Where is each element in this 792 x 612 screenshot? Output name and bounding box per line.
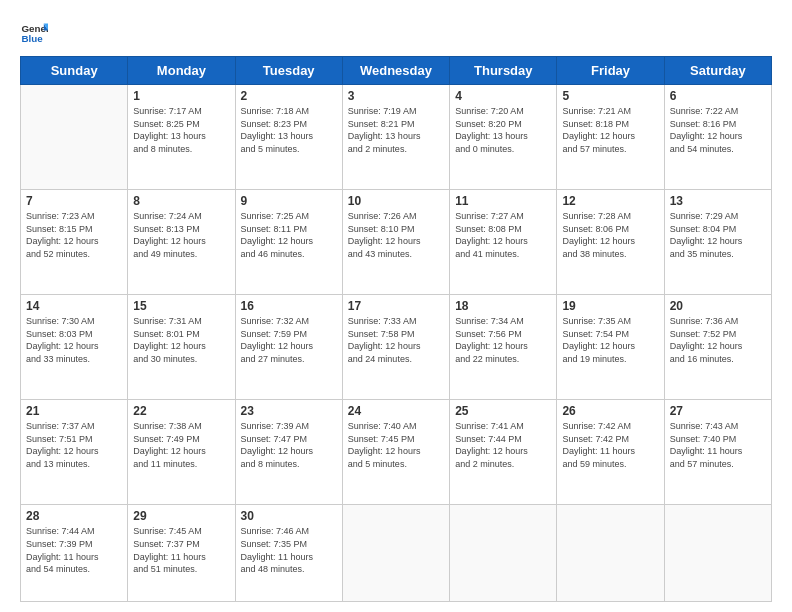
- day-number: 7: [26, 194, 122, 208]
- day-info: Sunrise: 7:27 AMSunset: 8:08 PMDaylight:…: [455, 210, 551, 260]
- week-row-2: 7Sunrise: 7:23 AMSunset: 8:15 PMDaylight…: [21, 190, 772, 295]
- day-number: 20: [670, 299, 766, 313]
- day-number: 9: [241, 194, 337, 208]
- calendar-cell: 23Sunrise: 7:39 AMSunset: 7:47 PMDayligh…: [235, 400, 342, 505]
- calendar-cell: 20Sunrise: 7:36 AMSunset: 7:52 PMDayligh…: [664, 295, 771, 400]
- day-info: Sunrise: 7:46 AMSunset: 7:35 PMDaylight:…: [241, 525, 337, 575]
- day-info: Sunrise: 7:24 AMSunset: 8:13 PMDaylight:…: [133, 210, 229, 260]
- calendar-cell: [664, 505, 771, 602]
- calendar-cell: 3Sunrise: 7:19 AMSunset: 8:21 PMDaylight…: [342, 85, 449, 190]
- day-header-friday: Friday: [557, 57, 664, 85]
- calendar-cell: 8Sunrise: 7:24 AMSunset: 8:13 PMDaylight…: [128, 190, 235, 295]
- day-info: Sunrise: 7:36 AMSunset: 7:52 PMDaylight:…: [670, 315, 766, 365]
- day-header-saturday: Saturday: [664, 57, 771, 85]
- header: General Blue: [20, 18, 772, 46]
- day-number: 27: [670, 404, 766, 418]
- calendar-cell: 14Sunrise: 7:30 AMSunset: 8:03 PMDayligh…: [21, 295, 128, 400]
- week-row-5: 28Sunrise: 7:44 AMSunset: 7:39 PMDayligh…: [21, 505, 772, 602]
- day-info: Sunrise: 7:41 AMSunset: 7:44 PMDaylight:…: [455, 420, 551, 470]
- week-row-3: 14Sunrise: 7:30 AMSunset: 8:03 PMDayligh…: [21, 295, 772, 400]
- day-number: 25: [455, 404, 551, 418]
- day-info: Sunrise: 7:44 AMSunset: 7:39 PMDaylight:…: [26, 525, 122, 575]
- day-info: Sunrise: 7:45 AMSunset: 7:37 PMDaylight:…: [133, 525, 229, 575]
- calendar-cell: [21, 85, 128, 190]
- day-number: 24: [348, 404, 444, 418]
- day-number: 1: [133, 89, 229, 103]
- day-header-thursday: Thursday: [450, 57, 557, 85]
- calendar-table: SundayMondayTuesdayWednesdayThursdayFrid…: [20, 56, 772, 602]
- calendar-cell: 7Sunrise: 7:23 AMSunset: 8:15 PMDaylight…: [21, 190, 128, 295]
- header-row: SundayMondayTuesdayWednesdayThursdayFrid…: [21, 57, 772, 85]
- logo: General Blue: [20, 18, 52, 46]
- day-info: Sunrise: 7:43 AMSunset: 7:40 PMDaylight:…: [670, 420, 766, 470]
- day-info: Sunrise: 7:38 AMSunset: 7:49 PMDaylight:…: [133, 420, 229, 470]
- day-number: 13: [670, 194, 766, 208]
- calendar-cell: 4Sunrise: 7:20 AMSunset: 8:20 PMDaylight…: [450, 85, 557, 190]
- day-number: 12: [562, 194, 658, 208]
- calendar-cell: 24Sunrise: 7:40 AMSunset: 7:45 PMDayligh…: [342, 400, 449, 505]
- day-number: 23: [241, 404, 337, 418]
- calendar-cell: 28Sunrise: 7:44 AMSunset: 7:39 PMDayligh…: [21, 505, 128, 602]
- day-info: Sunrise: 7:28 AMSunset: 8:06 PMDaylight:…: [562, 210, 658, 260]
- day-info: Sunrise: 7:26 AMSunset: 8:10 PMDaylight:…: [348, 210, 444, 260]
- day-number: 2: [241, 89, 337, 103]
- day-info: Sunrise: 7:40 AMSunset: 7:45 PMDaylight:…: [348, 420, 444, 470]
- day-header-monday: Monday: [128, 57, 235, 85]
- logo-icon: General Blue: [20, 18, 48, 46]
- day-info: Sunrise: 7:34 AMSunset: 7:56 PMDaylight:…: [455, 315, 551, 365]
- day-info: Sunrise: 7:17 AMSunset: 8:25 PMDaylight:…: [133, 105, 229, 155]
- calendar-cell: [557, 505, 664, 602]
- day-number: 14: [26, 299, 122, 313]
- calendar-cell: 30Sunrise: 7:46 AMSunset: 7:35 PMDayligh…: [235, 505, 342, 602]
- week-row-4: 21Sunrise: 7:37 AMSunset: 7:51 PMDayligh…: [21, 400, 772, 505]
- day-number: 3: [348, 89, 444, 103]
- day-header-tuesday: Tuesday: [235, 57, 342, 85]
- day-info: Sunrise: 7:23 AMSunset: 8:15 PMDaylight:…: [26, 210, 122, 260]
- calendar-cell: 13Sunrise: 7:29 AMSunset: 8:04 PMDayligh…: [664, 190, 771, 295]
- week-row-1: 1Sunrise: 7:17 AMSunset: 8:25 PMDaylight…: [21, 85, 772, 190]
- calendar-cell: 19Sunrise: 7:35 AMSunset: 7:54 PMDayligh…: [557, 295, 664, 400]
- calendar-cell: 6Sunrise: 7:22 AMSunset: 8:16 PMDaylight…: [664, 85, 771, 190]
- day-info: Sunrise: 7:19 AMSunset: 8:21 PMDaylight:…: [348, 105, 444, 155]
- day-number: 10: [348, 194, 444, 208]
- calendar-cell: 27Sunrise: 7:43 AMSunset: 7:40 PMDayligh…: [664, 400, 771, 505]
- day-number: 26: [562, 404, 658, 418]
- day-info: Sunrise: 7:22 AMSunset: 8:16 PMDaylight:…: [670, 105, 766, 155]
- calendar-cell: 9Sunrise: 7:25 AMSunset: 8:11 PMDaylight…: [235, 190, 342, 295]
- calendar-cell: 2Sunrise: 7:18 AMSunset: 8:23 PMDaylight…: [235, 85, 342, 190]
- day-number: 17: [348, 299, 444, 313]
- calendar-cell: 25Sunrise: 7:41 AMSunset: 7:44 PMDayligh…: [450, 400, 557, 505]
- day-info: Sunrise: 7:21 AMSunset: 8:18 PMDaylight:…: [562, 105, 658, 155]
- calendar-cell: [342, 505, 449, 602]
- day-number: 8: [133, 194, 229, 208]
- day-number: 22: [133, 404, 229, 418]
- svg-text:Blue: Blue: [21, 33, 43, 44]
- day-info: Sunrise: 7:35 AMSunset: 7:54 PMDaylight:…: [562, 315, 658, 365]
- day-info: Sunrise: 7:29 AMSunset: 8:04 PMDaylight:…: [670, 210, 766, 260]
- calendar-cell: 17Sunrise: 7:33 AMSunset: 7:58 PMDayligh…: [342, 295, 449, 400]
- day-info: Sunrise: 7:25 AMSunset: 8:11 PMDaylight:…: [241, 210, 337, 260]
- calendar-cell: 12Sunrise: 7:28 AMSunset: 8:06 PMDayligh…: [557, 190, 664, 295]
- calendar-cell: 21Sunrise: 7:37 AMSunset: 7:51 PMDayligh…: [21, 400, 128, 505]
- day-number: 5: [562, 89, 658, 103]
- calendar-cell: 29Sunrise: 7:45 AMSunset: 7:37 PMDayligh…: [128, 505, 235, 602]
- calendar-cell: 15Sunrise: 7:31 AMSunset: 8:01 PMDayligh…: [128, 295, 235, 400]
- day-info: Sunrise: 7:30 AMSunset: 8:03 PMDaylight:…: [26, 315, 122, 365]
- day-number: 29: [133, 509, 229, 523]
- day-number: 18: [455, 299, 551, 313]
- page: General Blue SundayMondayTuesdayWednesda…: [0, 0, 792, 612]
- day-info: Sunrise: 7:33 AMSunset: 7:58 PMDaylight:…: [348, 315, 444, 365]
- calendar-cell: 5Sunrise: 7:21 AMSunset: 8:18 PMDaylight…: [557, 85, 664, 190]
- day-number: 19: [562, 299, 658, 313]
- calendar-cell: 18Sunrise: 7:34 AMSunset: 7:56 PMDayligh…: [450, 295, 557, 400]
- day-info: Sunrise: 7:37 AMSunset: 7:51 PMDaylight:…: [26, 420, 122, 470]
- calendar-cell: 1Sunrise: 7:17 AMSunset: 8:25 PMDaylight…: [128, 85, 235, 190]
- day-number: 28: [26, 509, 122, 523]
- calendar-cell: 10Sunrise: 7:26 AMSunset: 8:10 PMDayligh…: [342, 190, 449, 295]
- day-number: 6: [670, 89, 766, 103]
- day-info: Sunrise: 7:42 AMSunset: 7:42 PMDaylight:…: [562, 420, 658, 470]
- day-info: Sunrise: 7:31 AMSunset: 8:01 PMDaylight:…: [133, 315, 229, 365]
- calendar-cell: 16Sunrise: 7:32 AMSunset: 7:59 PMDayligh…: [235, 295, 342, 400]
- calendar-cell: [450, 505, 557, 602]
- day-info: Sunrise: 7:18 AMSunset: 8:23 PMDaylight:…: [241, 105, 337, 155]
